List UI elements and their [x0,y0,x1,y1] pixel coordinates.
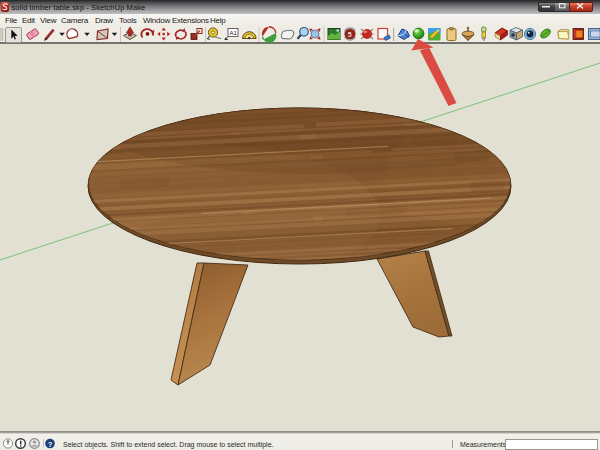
svg-text:A1: A1 [230,30,238,36]
svg-text:5: 5 [348,31,352,38]
svg-text:?: ? [48,441,52,448]
